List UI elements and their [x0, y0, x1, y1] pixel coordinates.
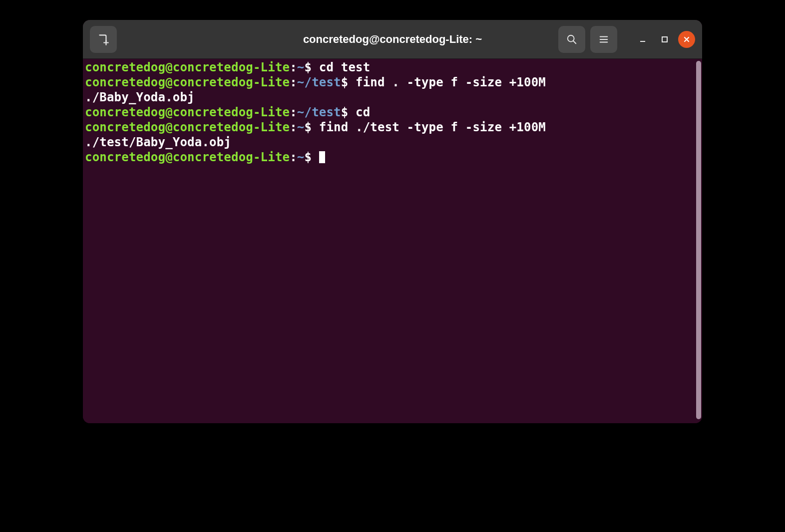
output-text: ./test/Baby_Yoda.obj	[85, 135, 231, 149]
terminal-viewport: concretedog@concretedog-Lite:~$ cd testc…	[83, 59, 702, 423]
close-button[interactable]	[678, 31, 695, 48]
command-text: find . -type f -size +100M	[348, 75, 546, 89]
prompt-separator: :	[290, 120, 297, 134]
close-icon	[683, 36, 690, 43]
terminal-window: concretedog@concretedog-Lite: ~	[83, 20, 702, 423]
terminal-line: concretedog@concretedog-Lite:~/test$ cd	[85, 105, 694, 120]
prompt-dollar: $	[305, 60, 312, 74]
output-text: ./Baby_Yoda.obj	[85, 90, 195, 104]
terminal-content[interactable]: concretedog@concretedog-Lite:~$ cd testc…	[83, 59, 695, 423]
prompt-user: concretedog@concretedog-Lite	[85, 75, 290, 89]
new-tab-icon	[97, 33, 110, 46]
terminal-line: concretedog@concretedog-Lite:~/test$ fin…	[85, 75, 694, 90]
prompt-dollar: $	[341, 75, 349, 89]
prompt-dollar: $	[305, 120, 312, 134]
cursor	[319, 151, 325, 163]
maximize-button[interactable]	[656, 31, 673, 48]
prompt-path: ~	[297, 150, 305, 164]
prompt-user: concretedog@concretedog-Lite	[85, 150, 290, 164]
command-text	[312, 150, 319, 164]
command-text: cd	[348, 105, 370, 119]
minimize-icon	[639, 35, 647, 43]
command-text: cd test	[312, 60, 370, 74]
prompt-separator: :	[290, 105, 297, 119]
prompt-user: concretedog@concretedog-Lite	[85, 60, 290, 74]
minimize-button[interactable]	[634, 31, 651, 48]
prompt-path: ~/test	[297, 105, 341, 119]
prompt-dollar: $	[305, 150, 312, 164]
command-text: find ./test -type f -size +100M	[312, 120, 546, 134]
svg-line-3	[573, 40, 576, 43]
prompt-separator: :	[290, 60, 297, 74]
prompt-path: ~	[297, 60, 305, 74]
svg-rect-8	[662, 37, 667, 42]
maximize-icon	[661, 36, 668, 43]
scrollbar-thumb[interactable]	[696, 61, 701, 419]
terminal-line: concretedog@concretedog-Lite:~$ cd test	[85, 60, 694, 75]
prompt-separator: :	[290, 75, 297, 89]
terminal-line: concretedog@concretedog-Lite:~$	[85, 150, 694, 165]
prompt-path: ~/test	[297, 75, 341, 89]
prompt-user: concretedog@concretedog-Lite	[85, 120, 290, 134]
terminal-line: ./test/Baby_Yoda.obj	[85, 135, 694, 150]
search-button[interactable]	[558, 26, 585, 53]
prompt-user: concretedog@concretedog-Lite	[85, 105, 290, 119]
terminal-line: ./Baby_Yoda.obj	[85, 90, 694, 105]
hamburger-menu-button[interactable]	[590, 26, 617, 53]
scrollbar[interactable]	[695, 59, 702, 423]
prompt-separator: :	[290, 150, 297, 164]
hamburger-icon	[598, 34, 609, 45]
titlebar: concretedog@concretedog-Lite: ~	[83, 20, 702, 59]
prompt-dollar: $	[341, 105, 349, 119]
search-icon	[566, 34, 577, 45]
prompt-path: ~	[297, 120, 305, 134]
terminal-line: concretedog@concretedog-Lite:~$ find ./t…	[85, 120, 694, 135]
new-tab-button[interactable]	[90, 26, 117, 53]
